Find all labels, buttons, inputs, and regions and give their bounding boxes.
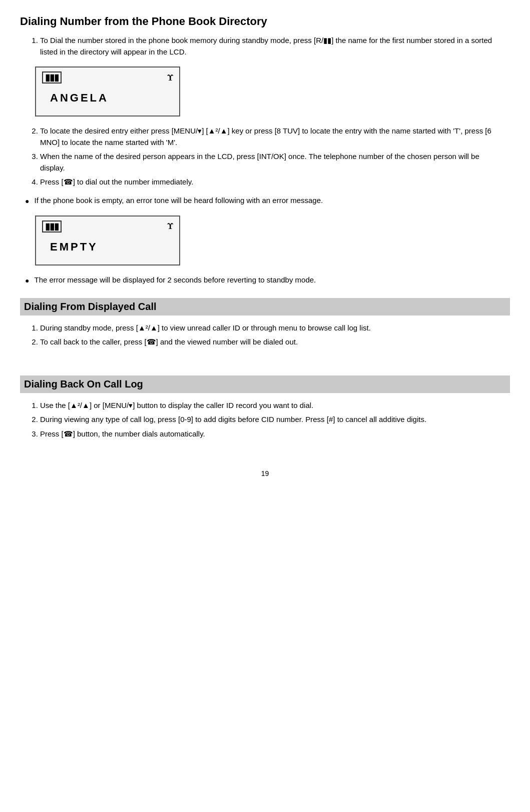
section2-header: Dialing From Displayed Call bbox=[20, 298, 510, 316]
section1-step1: To Dial the number stored in the phone b… bbox=[40, 35, 505, 58]
section1-bullet2: The error message will be displayed for … bbox=[25, 274, 505, 286]
section1-steps-list: To Dial the number stored in the phone b… bbox=[40, 35, 505, 58]
lcd-display-empty: ▮▮▮ 𝚼 EMPTY bbox=[35, 216, 180, 266]
section3-step1: Use the [▲²/▲] or [MENU/▾] button to dis… bbox=[40, 400, 505, 412]
section2-step2: To call back to the caller, press [☎] an… bbox=[40, 336, 505, 348]
section1-bullets: If the phone book is empty, an error ton… bbox=[25, 195, 505, 206]
section3-step2: During viewing any type of call log, pre… bbox=[40, 414, 505, 426]
section1-bullets2: The error message will be displayed for … bbox=[25, 274, 505, 286]
lcd1-text: ANGELA bbox=[42, 92, 173, 104]
section3-step3: Press [☎] button, the number dials autom… bbox=[40, 428, 505, 440]
page-number: 19 bbox=[20, 470, 510, 478]
section1-bullet1: If the phone book is empty, an error ton… bbox=[25, 195, 505, 206]
lcd1-battery-icon: ▮▮▮ bbox=[42, 72, 62, 84]
section2-step1: During standby mode, press [▲²/▲] to vie… bbox=[40, 322, 505, 334]
lcd-display-angela: ▮▮▮ 𝚼 ANGELA bbox=[35, 66, 180, 116]
section3-header: Dialing Back On Call Log bbox=[20, 376, 510, 393]
section3-steps-list: Use the [▲²/▲] or [MENU/▾] button to dis… bbox=[40, 400, 505, 440]
section1-steps-list-2: To locate the desired entry either press… bbox=[40, 126, 505, 188]
section3-title: Dialing Back On Call Log bbox=[24, 378, 506, 390]
section1-step4: Press [☎] to dial out the number immedia… bbox=[40, 176, 505, 188]
section3: Dialing Back On Call Log Use the [▲²/▲] … bbox=[20, 376, 510, 440]
lcd1-icons-row: ▮▮▮ 𝚼 bbox=[42, 72, 173, 84]
section2-steps-list: During standby mode, press [▲²/▲] to vie… bbox=[40, 322, 505, 348]
section1-step2: To locate the desired entry either press… bbox=[40, 126, 505, 148]
section1-step3: When the name of the desired person appe… bbox=[40, 151, 505, 174]
lcd1-signal-icon: 𝚼 bbox=[167, 72, 173, 83]
section2: Dialing From Displayed Call During stand… bbox=[20, 298, 510, 348]
section2-title: Dialing From Displayed Call bbox=[24, 301, 506, 312]
lcd2-battery-icon: ▮▮▮ bbox=[42, 220, 62, 232]
section1: Dialing Number from the Phone Book Direc… bbox=[20, 15, 510, 286]
section1-title: Dialing Number from the Phone Book Direc… bbox=[20, 15, 510, 28]
lcd2-icons-row: ▮▮▮ 𝚼 bbox=[42, 220, 173, 232]
lcd2-text: EMPTY bbox=[42, 240, 173, 254]
lcd2-signal-icon: 𝚼 bbox=[167, 221, 173, 232]
